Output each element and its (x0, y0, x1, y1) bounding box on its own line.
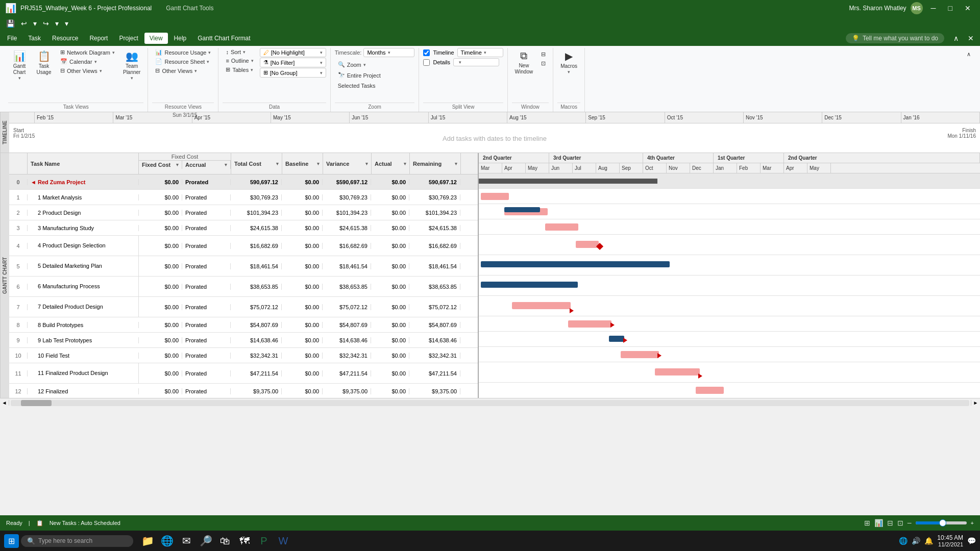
team-planner-dropdown[interactable]: ▾ (131, 76, 133, 81)
taskbar-word[interactable]: W (275, 533, 291, 549)
fixed-cost-col-header[interactable]: Fixed Cost ▾ (139, 161, 182, 169)
scroll-thumb[interactable] (21, 400, 52, 406)
table-row-8[interactable]: 8 8 Build Prototypes $0.00 Prorated $54,… (9, 317, 478, 333)
taskbar-notifications-icon[interactable]: 🔔 (924, 537, 933, 545)
team-planner-button[interactable]: 👥 TeamPlanner ▾ (120, 48, 143, 83)
taskbar-volume-icon[interactable]: 🔊 (912, 537, 920, 545)
undo-button[interactable]: ↩ (19, 18, 29, 29)
baseline-header[interactable]: Baseline ▾ (282, 153, 323, 174)
tables-button[interactable]: ⊞ Tables ▾ (223, 65, 256, 74)
taskbar-search-bar[interactable]: 🔍 Type here to search (21, 535, 133, 547)
filter-dropdown[interactable]: ⚗ [No Filter] ▾ (260, 58, 326, 67)
taskbar-store[interactable]: 🛍 (217, 533, 233, 549)
table-row-0[interactable]: 0 ◄ Red Zuma Project $0.00 Prorated 590,… (9, 174, 478, 190)
total-cost-header[interactable]: Total Cost ▾ (231, 153, 282, 174)
taskbar-maps[interactable]: 🗺 (236, 533, 253, 549)
qa-extra[interactable]: ▾ (63, 18, 70, 29)
status-table-icon[interactable]: ⊡ (897, 519, 903, 527)
menu-resource[interactable]: Resource (47, 33, 83, 44)
selected-tasks-button[interactable]: Selected Tasks (335, 82, 379, 90)
scroll-right-button[interactable]: ► (971, 400, 980, 406)
table-row-12[interactable]: 12 12 Finalized $0.00 Prorated $9,375.00… (9, 384, 478, 398)
entire-project-button[interactable]: 🔭 Entire Project (335, 71, 384, 80)
table-row-7[interactable]: 7 7 Detailed Product Design $0.00 Prorat… (9, 297, 478, 317)
sort-button[interactable]: ↕ Sort ▾ (223, 48, 256, 56)
user-avatar[interactable]: MS (911, 2, 923, 14)
accrual-col-header[interactable]: Accrual ▾ (182, 161, 231, 169)
minimize-button[interactable]: ─ (927, 3, 940, 13)
zoom-button[interactable]: 🔍 Zoom ▾ (335, 60, 369, 69)
gantt-chart-button[interactable]: 📊 GanttChart ▾ (8, 48, 31, 83)
table-row-6[interactable]: 6 6 Manufacturing Process $0.00 Prorated… (9, 277, 478, 297)
actual-header[interactable]: Actual ▾ (372, 153, 410, 174)
taskbar-file-explorer[interactable]: 📁 (139, 533, 156, 549)
restore-button[interactable]: □ (944, 3, 957, 13)
table-row-5[interactable]: 5 5 Detailed Marketing Plan $0.00 Prorat… (9, 256, 478, 277)
timescale-dropdown[interactable]: Months ▾ (363, 48, 414, 57)
timeline-checkbox[interactable] (423, 49, 430, 56)
ribbon-minimize-button[interactable]: ∧ (949, 33, 963, 43)
variance-header[interactable]: Variance ▾ (323, 153, 372, 174)
menu-view[interactable]: View (144, 33, 168, 44)
details-checkbox[interactable] (423, 59, 430, 66)
zoom-slider-thumb[interactable] (939, 519, 946, 527)
status-grid-icon[interactable]: ⊞ (864, 519, 870, 527)
task-name-header[interactable]: Task Name (28, 153, 139, 174)
redo-button[interactable]: ↪ (41, 18, 51, 29)
taskbar-edge[interactable]: 🌐 (159, 533, 175, 549)
taskbar-clock[interactable]: 10:45 AM 11/2/2021 (937, 534, 963, 547)
outline-button[interactable]: ≡ Outline ▾ (223, 57, 256, 65)
menu-help[interactable]: Help (169, 33, 192, 44)
table-row-10[interactable]: 10 10 Field Test $0.00 Prorated $32,342.… (9, 348, 478, 363)
save-button[interactable]: 💾 (4, 18, 17, 29)
taskbar-bing[interactable]: 🔎 (198, 533, 214, 549)
table-row-1[interactable]: 1 1 Market Analysis $0.00 Prorated $30,7… (9, 190, 478, 205)
menu-report[interactable]: Report (84, 33, 113, 44)
taskbar-project[interactable]: P (256, 533, 272, 549)
calendar-button[interactable]: 📅 Calendar ▾ (57, 57, 118, 66)
horizontal-scrollbar[interactable]: ◄ ► (0, 398, 980, 407)
menu-project[interactable]: Project (114, 33, 143, 44)
zoom-in-icon[interactable]: + (971, 520, 974, 526)
ribbon-close-button[interactable]: ✕ (964, 33, 978, 43)
arrange-button[interactable]: ⊟ (538, 50, 549, 59)
table-row-4[interactable]: 4 4 Product Design Selection $0.00 Prora… (9, 236, 478, 256)
menu-file[interactable]: File (2, 33, 22, 44)
table-row-11[interactable]: 11 11 Finalized Product Design $0.00 Pro… (9, 363, 478, 384)
highlight-dropdown[interactable]: 🖊 [No Highlight] ▾ (260, 48, 326, 57)
taskbar-network-icon[interactable]: 🌐 (899, 537, 908, 545)
gantt-chart-dropdown[interactable]: ▾ (18, 76, 21, 81)
scroll-left-button[interactable]: ◄ (0, 400, 9, 406)
details-option-dropdown[interactable]: ▾ (453, 58, 499, 66)
macros-dropdown[interactable]: ▾ (568, 69, 570, 74)
menu-search-bar[interactable]: 💡 Tell me what you want to do (846, 33, 944, 43)
other-views-resource-button[interactable]: ⊟ Other Views ▾ (152, 66, 214, 75)
timeline-option-dropdown[interactable]: Timeline ▾ (457, 48, 503, 57)
redo-dropdown[interactable]: ▾ (53, 18, 61, 29)
scroll-track[interactable] (11, 400, 969, 406)
remaining-header[interactable]: Remaining ▾ (410, 153, 461, 174)
table-row-3[interactable]: 3 3 Manufacturing Study $0.00 Prorated $… (9, 220, 478, 236)
zoom-slider[interactable] (916, 521, 967, 524)
taskbar-mail[interactable]: ✉ (178, 533, 194, 549)
status-chart-icon[interactable]: 📊 (874, 519, 883, 527)
hide-button[interactable]: ⊡ (538, 59, 549, 68)
resource-sheet-button[interactable]: 📄 Resource Sheet ▾ (152, 57, 214, 66)
group-dropdown[interactable]: ⊞ [No Group] ▾ (260, 68, 326, 78)
other-views-task-button[interactable]: ⊟ Other Views ▾ (57, 66, 118, 75)
network-diagram-button[interactable]: ⊞ Network Diagram ▾ (57, 48, 118, 57)
close-button[interactable]: ✕ (961, 3, 975, 13)
taskbar-action-center[interactable]: 💬 (967, 537, 976, 545)
undo-dropdown[interactable]: ▾ (31, 18, 39, 29)
start-button[interactable]: ⊞ (4, 534, 19, 548)
new-window-button[interactable]: ⧉ NewWindow (512, 48, 536, 77)
table-row-9[interactable]: 9 9 Lab Test Prototypes $0.00 Prorated $… (9, 333, 478, 348)
macros-button[interactable]: ▶ Macros ▾ (557, 48, 580, 77)
task-usage-button[interactable]: 📋 TaskUsage (33, 48, 55, 78)
menu-task[interactable]: Task (23, 33, 46, 44)
resource-usage-button[interactable]: 📊 Resource Usage ▾ (152, 48, 214, 57)
menu-gantt-format[interactable]: Gantt Chart Format (192, 33, 255, 44)
table-row-2[interactable]: 2 2 Product Design $0.00 Prorated $101,3… (9, 205, 478, 220)
collapse-ribbon-button[interactable]: ∧ (964, 50, 974, 59)
status-split-icon[interactable]: ⊟ (887, 519, 893, 527)
